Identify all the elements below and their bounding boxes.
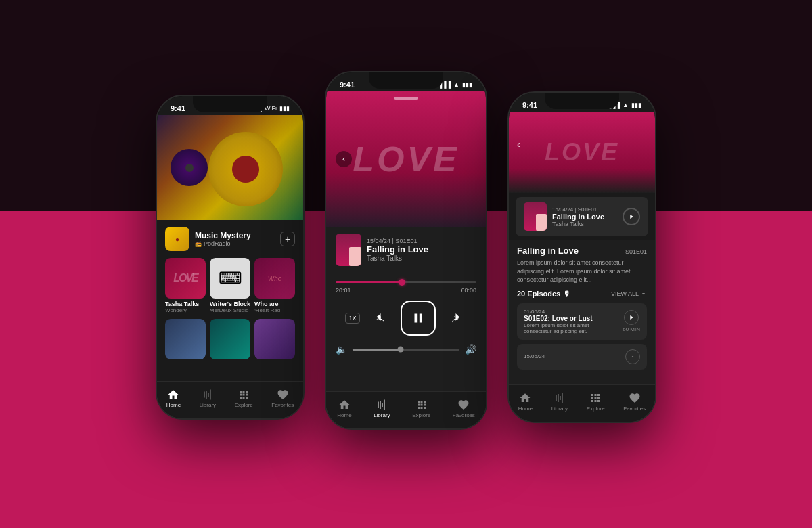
episode-body: Falling in Love S01E01 Lorem ipsum dolor… bbox=[509, 240, 655, 375]
podcast-studio-2: MerDeux Studio bbox=[210, 307, 250, 313]
progress-track[interactable] bbox=[336, 281, 476, 283]
home-icon-3 bbox=[519, 392, 531, 404]
nav-home-1[interactable]: Home bbox=[166, 389, 181, 408]
vinyl-record-small bbox=[171, 149, 208, 186]
vinyl-record-large bbox=[208, 132, 283, 206]
view-all-button[interactable]: VIEW ALL bbox=[611, 290, 647, 297]
episode-main-title: Falling in Love bbox=[517, 246, 579, 256]
nav-explore-1[interactable]: Explore bbox=[235, 389, 253, 408]
scene: 9:41 ▐▐▐ WiFi ▮▮▮ Music Mystery PodRadio bbox=[0, 0, 812, 528]
episode-more-btn[interactable] bbox=[625, 349, 640, 364]
forward-icon: 15 bbox=[447, 309, 465, 327]
episode-meta-2: 15/04/24 | S01E01 bbox=[367, 238, 476, 244]
now-playing-title: Falling in Love bbox=[552, 213, 617, 221]
time-row: 20:01 60:00 bbox=[336, 287, 476, 294]
episode-list-item-2[interactable]: 15/05/24 bbox=[517, 344, 647, 370]
add-button[interactable]: + bbox=[280, 232, 295, 246]
nav-library-1[interactable]: Library bbox=[200, 389, 216, 408]
episodes-header-row: 20 Episodes 🎙 VIEW ALL bbox=[517, 290, 647, 298]
now-playing-play-btn[interactable] bbox=[623, 208, 640, 225]
progress-container[interactable] bbox=[336, 278, 476, 287]
list-item[interactable] bbox=[210, 319, 250, 359]
battery-icon-1: ▮▮▮ bbox=[279, 105, 290, 112]
speed-button[interactable]: 1X bbox=[345, 313, 359, 324]
phone-2: 9:41 ▐▐▐ ▲ ▮▮▮ LOVE ‹ 15/04/24 | S01E01 … bbox=[325, 71, 487, 430]
nav-explore-2[interactable]: Explore bbox=[412, 399, 430, 418]
explore-icon-3 bbox=[589, 392, 602, 404]
episode-bar: 15/04/24 | S01E01 Falling in Love Tasha … bbox=[326, 227, 486, 273]
list-item[interactable]: Who Who are iHeart Rad bbox=[254, 258, 295, 313]
player-hero: LOVE ‹ bbox=[326, 91, 486, 227]
volume-high-icon[interactable]: 🔊 bbox=[465, 344, 476, 355]
list-item[interactable] bbox=[254, 319, 295, 359]
nav-explore-label-3: Explore bbox=[587, 405, 605, 412]
episode-date-1: 01/05/24 bbox=[524, 309, 617, 315]
time-current: 20:01 bbox=[336, 287, 351, 294]
status-icons-2: ▐▐▐ ▲ ▮▮▮ bbox=[438, 81, 472, 88]
nav-home-3[interactable]: Home bbox=[518, 392, 533, 412]
nav-explore-3[interactable]: Explore bbox=[587, 392, 605, 412]
podcast-thumb-who: Who bbox=[254, 258, 295, 299]
episode-list-item-1[interactable]: 01/05/24 S01E02: Love or Lust Lorem ipsu… bbox=[517, 303, 647, 340]
back-button-3[interactable]: ‹ bbox=[517, 139, 520, 150]
home-icon bbox=[167, 389, 179, 401]
nav-library-3[interactable]: Library bbox=[551, 392, 568, 412]
nav-explore-label-1: Explore bbox=[235, 402, 253, 408]
podcast-title-2: Writer's Block bbox=[210, 301, 250, 307]
episode-description: Lorem ipsum dolor sit amet consectetur a… bbox=[517, 259, 647, 284]
status-time-2: 9:41 bbox=[340, 81, 355, 89]
nav-favorites-label-1: Favorites bbox=[271, 402, 294, 408]
nav-favorites-3[interactable]: Favorites bbox=[623, 392, 646, 412]
now-playing-bar[interactable]: 15/04/24 | S01E01 Falling in Love Tasha … bbox=[516, 197, 648, 236]
podcast-title-1: Tasha Talks bbox=[165, 301, 206, 307]
nav-library-2[interactable]: Library bbox=[374, 399, 390, 418]
progress-fill bbox=[336, 281, 402, 283]
progress-dot bbox=[399, 279, 405, 286]
chevron-down-icon bbox=[640, 290, 647, 297]
volume-track[interactable] bbox=[353, 349, 459, 351]
rewind-button[interactable]: 15 bbox=[369, 307, 391, 329]
list-item[interactable]: LOVE Tasha Talks Wondery bbox=[165, 258, 206, 313]
nav-favorites-2[interactable]: Favorites bbox=[453, 399, 475, 418]
volume-fill bbox=[353, 349, 401, 351]
featured-title: Music Mystery bbox=[195, 231, 275, 240]
volume-row: 🔈 🔊 bbox=[336, 344, 476, 355]
podcast-thumb-love: LOVE bbox=[165, 258, 206, 299]
list-item[interactable]: ⌨ Writer's Block MerDeux Studio bbox=[210, 258, 250, 313]
podcast-grid-row1: LOVE Tasha Talks Wondery ⌨ Writer's Bloc… bbox=[157, 258, 303, 319]
chevron-up-icon bbox=[629, 353, 636, 360]
list-item[interactable] bbox=[165, 319, 206, 359]
hero-image-1 bbox=[157, 115, 303, 220]
volume-low-icon[interactable]: 🔈 bbox=[336, 344, 347, 355]
episode-author-2: Tasha Talks bbox=[367, 255, 476, 262]
status-time-1: 9:41 bbox=[171, 104, 185, 112]
episode-duration-1: 60 MIN bbox=[623, 310, 640, 332]
now-playing-meta: 15/04/24 | S01E01 bbox=[552, 206, 617, 213]
battery-icon-3: ▮▮▮ bbox=[631, 102, 641, 108]
nav-explore-label-2: Explore bbox=[412, 412, 430, 418]
nav-home-2[interactable]: Home bbox=[337, 399, 351, 418]
home-icon-2 bbox=[338, 399, 351, 411]
bottom-nav-1: Home Library Explore Favorites bbox=[157, 381, 303, 418]
volume-dot bbox=[398, 347, 404, 353]
forward-button[interactable]: 15 bbox=[445, 307, 467, 329]
episode-play-btn-1[interactable] bbox=[624, 310, 639, 325]
notch-1 bbox=[193, 96, 267, 112]
nav-library-label-1: Library bbox=[200, 402, 216, 408]
featured-podcast[interactable]: Music Mystery PodRadio + bbox=[157, 220, 303, 258]
pause-button[interactable] bbox=[401, 301, 436, 336]
play-icon-3 bbox=[628, 213, 635, 220]
hero-text: LOVE bbox=[353, 139, 459, 179]
episode-item-info: 01/05/24 S01E02: Love or Lust Lorem ipsu… bbox=[524, 309, 617, 334]
phone-3: 9:41 ▐▐▐ ▲ ▮▮▮ LOVE ‹ 15/04/24 | S01E01 … bbox=[508, 91, 656, 423]
nav-favorites-1[interactable]: Favorites bbox=[271, 389, 294, 408]
back-button-2[interactable]: ‹ bbox=[336, 151, 352, 167]
episode-thumbnail-2 bbox=[336, 234, 361, 266]
nav-library-label-2: Library bbox=[374, 412, 390, 418]
nav-home-label-3: Home bbox=[518, 405, 533, 412]
explore-icon-2 bbox=[415, 399, 428, 411]
microphone-icon: 🎙 bbox=[563, 290, 570, 298]
episode-name-1: S01E02: Love or Lust bbox=[524, 315, 617, 322]
podcast-grid-row2 bbox=[157, 319, 303, 365]
play-icon-ep1 bbox=[628, 314, 635, 321]
